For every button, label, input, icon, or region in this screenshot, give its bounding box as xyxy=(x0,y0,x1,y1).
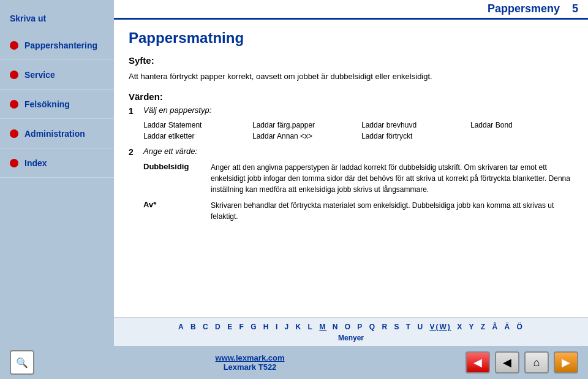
sidebar-label-service: Service xyxy=(24,70,55,80)
page-title: Pappersmatning xyxy=(129,29,573,47)
footer-url[interactable]: www.lexmark.com xyxy=(216,353,285,362)
footer-center: www.lexmark.com Lexmark T522 xyxy=(216,353,285,372)
alpha-link-v(w)[interactable]: V(W) xyxy=(429,323,451,331)
step2-row: 2 Ange ett värde: xyxy=(129,147,573,157)
bullet-icon xyxy=(10,71,18,79)
alpha-link-a[interactable]: A xyxy=(178,323,185,331)
back-icon: ◀ xyxy=(503,356,511,369)
option-6[interactable]: Laddar Annan <x> xyxy=(252,132,355,140)
search-icon: 🔍 xyxy=(16,357,28,369)
step1-number: 1 xyxy=(129,106,141,116)
sidebar: Skriva ut Pappershantering Service Felsö… xyxy=(0,0,114,346)
option-4[interactable]: Laddar Bond xyxy=(470,121,573,129)
search-button[interactable]: 🔍 xyxy=(10,350,34,375)
alpha-link-x[interactable]: X xyxy=(457,323,463,331)
sidebar-item-index[interactable]: Index xyxy=(0,148,114,178)
detail-table: Dubbelsidig Anger att den angivna papper… xyxy=(143,162,573,222)
option-8 xyxy=(470,132,573,140)
forward-icon: ▶ xyxy=(562,356,570,369)
step2-number: 2 xyxy=(129,147,141,157)
alpha-link-z[interactable]: Z xyxy=(481,323,486,331)
alpha-link-m[interactable]: M xyxy=(319,323,326,331)
detail-label-dubbelsidig: Dubbelsidig xyxy=(143,162,211,171)
options-grid: Laddar Statement Laddar färg.papper Ladd… xyxy=(143,121,573,140)
sidebar-item-service[interactable]: Service xyxy=(0,60,114,90)
option-5[interactable]: Laddar etiketter xyxy=(143,132,246,140)
alphabet-links[interactable]: A B C D E F G H I J K L M N O P Q R S T … xyxy=(124,323,578,331)
alpha-link-p[interactable]: P xyxy=(357,323,363,331)
header-title: Pappersmeny xyxy=(488,2,560,15)
alpha-link-g[interactable]: G xyxy=(251,323,257,331)
home-button[interactable]: ⌂ xyxy=(524,351,549,373)
detail-row-dubbelsidig: Dubbelsidig Anger att den angivna papper… xyxy=(143,162,573,195)
back-red-button[interactable]: ◀ xyxy=(466,351,490,373)
alpha-link-q[interactable]: Q xyxy=(369,323,376,331)
step1-row: 1 Välj en papperstyp: xyxy=(129,105,573,116)
footer-left: 🔍 xyxy=(10,350,34,375)
alpha-link-t[interactable]: T xyxy=(406,323,412,331)
content-body: Pappersmatning Syfte: Att hantera förtry… xyxy=(114,20,588,317)
detail-row-av: Av* Skrivaren behandlar det förtryckta m… xyxy=(143,200,573,222)
alpha-link-e[interactable]: E xyxy=(227,323,233,331)
bullet-icon xyxy=(10,100,18,109)
alpha-link-y[interactable]: Y xyxy=(469,323,475,331)
sidebar-label-administration: Administration xyxy=(24,129,85,139)
header-bar: Pappersmeny 5 xyxy=(114,0,588,20)
back-red-icon: ◀ xyxy=(473,356,482,369)
alpha-link-å[interactable]: Å xyxy=(492,323,499,331)
main-content-area: Pappersmeny 5 Pappersmatning Syfte: Att … xyxy=(114,0,588,346)
alpha-link-r[interactable]: R xyxy=(382,323,388,331)
sidebar-label-felsökning: Felsökning xyxy=(24,99,70,109)
alphabet-nav: A B C D E F G H I J K L M N O P Q R S T … xyxy=(114,317,588,346)
footer-right: ◀ ◀ ⌂ ▶ xyxy=(466,351,578,373)
values-label: Värden: xyxy=(129,91,573,102)
sidebar-label-index: Index xyxy=(24,158,47,168)
option-1[interactable]: Laddar Statement xyxy=(143,121,246,129)
step2-label: Ange ett värde: xyxy=(143,147,197,156)
forward-button[interactable]: ▶ xyxy=(554,351,578,373)
alpha-link-i[interactable]: I xyxy=(276,323,279,331)
alpha-link-h[interactable]: H xyxy=(263,323,270,331)
alpha-link-o[interactable]: O xyxy=(345,323,352,331)
bottom-footer: 🔍 www.lexmark.com Lexmark T522 ◀ ◀ ⌂ ▶ xyxy=(0,346,588,379)
bullet-icon xyxy=(10,41,18,50)
back-button[interactable]: ◀ xyxy=(495,351,519,373)
alpha-link-l[interactable]: L xyxy=(308,323,314,331)
alpha-link-s[interactable]: S xyxy=(394,323,400,331)
bullet-icon xyxy=(10,129,18,138)
header-page-number: 5 xyxy=(572,2,578,15)
step1-label: Välj en papperstyp: xyxy=(143,105,211,115)
alpha-link-b[interactable]: B xyxy=(190,323,197,331)
purpose-label: Syfte: xyxy=(129,55,573,66)
alpha-link-c[interactable]: C xyxy=(203,323,209,331)
home-icon: ⌂ xyxy=(533,356,540,369)
detail-text-av: Skrivaren behandlar det förtryckta mater… xyxy=(211,200,573,222)
sidebar-item-felsökning[interactable]: Felsökning xyxy=(0,90,114,119)
bullet-icon xyxy=(10,159,18,167)
sidebar-label-pappershantering: Pappershantering xyxy=(24,40,97,50)
sidebar-label-skriva-ut: Skriva ut xyxy=(10,13,46,23)
footer-model: Lexmark T522 xyxy=(216,362,285,372)
detail-label-av: Av* xyxy=(143,200,211,209)
alpha-link-ö[interactable]: Ö xyxy=(517,323,524,331)
alpha-link-k[interactable]: K xyxy=(296,323,303,331)
sidebar-item-skriva-ut[interactable]: Skriva ut xyxy=(0,6,114,31)
alpha-link-f[interactable]: F xyxy=(239,323,244,331)
alpha-link-d[interactable]: D xyxy=(215,323,222,331)
alpha-link-u[interactable]: U xyxy=(417,323,424,331)
alpha-link-ä[interactable]: Ä xyxy=(505,323,511,331)
detail-text-dubbelsidig: Anger att den angivna papperstypen är la… xyxy=(211,162,573,195)
sidebar-item-administration[interactable]: Administration xyxy=(0,119,114,148)
footer-url-link[interactable]: www.lexmark.com xyxy=(216,353,285,362)
option-2[interactable]: Laddar färg.papper xyxy=(252,121,355,129)
alpha-link-n[interactable]: N xyxy=(333,323,339,331)
sidebar-item-pappershantering[interactable]: Pappershantering xyxy=(0,31,114,60)
menus-label[interactable]: Menyer xyxy=(124,334,578,342)
purpose-text: Att hantera förtryckt papper korrekt, oa… xyxy=(129,71,573,83)
alpha-link-j[interactable]: J xyxy=(285,323,290,331)
option-7[interactable]: Laddar förtryckt xyxy=(361,132,464,140)
option-3[interactable]: Laddar brevhuvd xyxy=(361,121,464,129)
